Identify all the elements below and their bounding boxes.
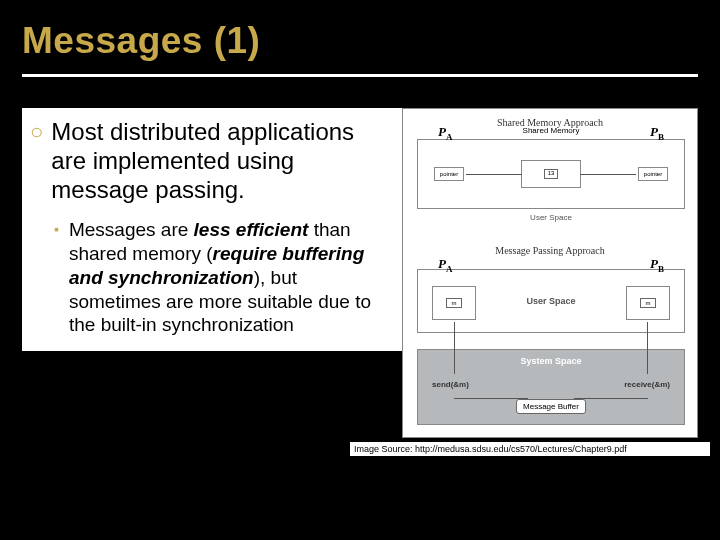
bullet-square-icon: ▪	[54, 218, 59, 242]
msg-a: m	[446, 298, 462, 308]
bullet-main-text: Most distributed applications are implem…	[51, 118, 394, 204]
arrow-recv-h	[574, 398, 648, 399]
process-a-label-2: PA	[438, 254, 452, 274]
arrow-send-line	[454, 322, 455, 374]
arrow-send-h	[454, 398, 528, 399]
bullet-sub: ▪ Messages are less efficient than share…	[54, 218, 394, 337]
proc-b-box: m	[626, 286, 670, 320]
sub-text-em1: less efficient	[194, 219, 309, 240]
title-underline	[22, 74, 698, 77]
shared-memory-label: Shared Memory	[523, 126, 580, 135]
pointer-a: pointer	[434, 167, 464, 181]
bullet-circle-icon: ○	[30, 118, 43, 147]
process-a-label: PA	[438, 122, 452, 142]
receive-call: receive(&m)	[624, 380, 670, 389]
process-b-label-2: PB	[650, 254, 664, 274]
bullet-main: ○ Most distributed applications are impl…	[30, 118, 394, 204]
process-b-label: PB	[650, 122, 664, 142]
shm-container: PA PB Shared Memory pointer pointer 13 U…	[417, 139, 685, 209]
message-buffer: Message Buffer	[516, 399, 586, 414]
send-call: send(&m)	[432, 380, 469, 389]
system-space: System Space send(&m) receive(&m) Messag…	[417, 349, 685, 425]
slide-title: Messages (1)	[0, 0, 720, 62]
image-source: Image Source: http://medusa.sdsu.edu/cs5…	[350, 442, 710, 456]
msg-b: m	[640, 298, 656, 308]
user-space-label-2: User Space	[526, 296, 575, 306]
system-space-label: System Space	[520, 356, 581, 366]
bullet-sub-text: Messages are less efficient than shared …	[69, 218, 394, 337]
diagram-panel: Shared Memory Approach PA PB Shared Memo…	[402, 108, 698, 438]
sub-text-pre: Messages are	[69, 219, 194, 240]
line-a	[466, 174, 522, 175]
shared-memory-box: 13	[521, 160, 581, 188]
user-space-label-1: User Space	[530, 213, 572, 222]
arrow-recv-line	[647, 322, 648, 374]
mp-user-space: PA PB m m User Space	[417, 269, 685, 333]
shared-cell: 13	[544, 169, 558, 179]
proc-a-box: m	[432, 286, 476, 320]
pointer-b: pointer	[638, 167, 668, 181]
content-body: ○ Most distributed applications are impl…	[22, 108, 402, 351]
line-b	[580, 174, 636, 175]
